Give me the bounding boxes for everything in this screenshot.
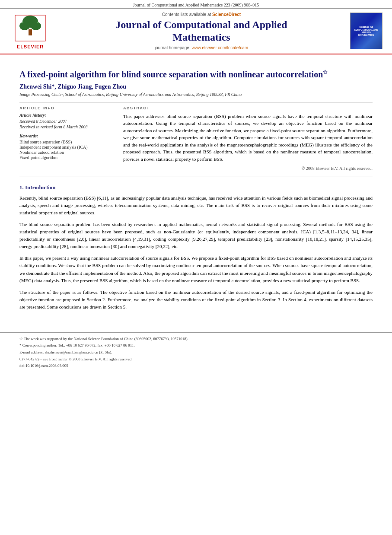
intro-paragraph-4: The structure of the paper is as follows… (19, 289, 373, 311)
footnote-1-text: ✩ The work was supported by the National… (19, 337, 188, 341)
svg-point-4 (31, 22, 41, 30)
keywords-label: Keywords: (19, 134, 115, 138)
journal-title-banner: Journal of Computational and AppliedMath… (56, 19, 347, 44)
journal-homepage-line: journal homepage: www.elsevier.com/locat… (56, 45, 347, 50)
journal-cover-area: JOURNAL OF COMPUTATIONAL AND APPLIED MAT… (347, 13, 386, 49)
keyword-1: Blind source separation (BSS) (19, 140, 115, 144)
homepage-label: journal homepage: (155, 45, 191, 50)
article-info-heading: Article Info (19, 106, 115, 110)
left-column: Article Info Article history: Received 8… (19, 106, 115, 171)
authors: Zhenwei Shi*, Zhiguo Jiang, Fugen Zhou (19, 83, 373, 90)
intro-paragraph-2: The blind source separation problem has … (19, 221, 373, 250)
footnote-1: ✩ The work was supported by the National… (19, 336, 373, 342)
keyword-4: Fixed-point algorithm (19, 155, 115, 160)
footnote-3: E-mail address: shizhenwei@mail.tsinghua… (19, 350, 373, 355)
contents-label: Contents lists available at (162, 12, 211, 17)
article-title: A fixed-point algorithm for blind source… (19, 69, 373, 80)
journal-cover: JOURNAL OF COMPUTATIONAL AND APPLIED MAT… (350, 13, 382, 49)
journal-banner: ELSEVIER Contents lists available at Sci… (0, 9, 392, 54)
svg-rect-5 (29, 29, 32, 35)
abstract-text: This paper addresses blind source separa… (123, 113, 373, 163)
main-content: A fixed-point algorithm for blind source… (0, 54, 392, 324)
intro-heading: 1. Introduction (19, 184, 373, 191)
article-info-abstract: Article Info Article history: Received 8… (19, 106, 373, 171)
sciencedirect-line: Contents lists available at ScienceDirec… (56, 12, 347, 17)
sciencedirect-link[interactable]: ScienceDirect (212, 12, 241, 17)
footnote-2: * Corresponding author. Tel.: +86 10 627… (19, 343, 373, 348)
homepage-url[interactable]: www.elsevier.com/locate/cam (192, 45, 249, 50)
journal-citation: Journal of Computational and Applied Mat… (133, 3, 259, 7)
divider-2 (19, 176, 373, 176)
history-label: Article history: (19, 113, 115, 118)
intro-paragraph-1: Recently, blind source separation (BSS) … (19, 194, 373, 217)
page-footer: ✩ The work was supported by the National… (0, 332, 392, 374)
title-text: A fixed-point algorithm for blind source… (19, 70, 323, 79)
journal-header: Journal of Computational and Applied Mat… (0, 0, 392, 9)
divider-1 (19, 102, 373, 102)
elsevier-logo: ELSEVIER (4, 13, 56, 49)
introduction-section: 1. Introduction Recently, blind source s… (19, 184, 373, 311)
keywords-section: Keywords: Blind source separation (BSS) … (19, 134, 115, 160)
elsevier-wordmark: ELSEVIER (17, 44, 44, 49)
doi-line: doi:10.1016/j.cam.2008.03.009 (19, 363, 373, 369)
elsevier-tree-icon (13, 13, 48, 43)
footnote-3-text: E-mail address: shizhenwei@mail.tsinghua… (19, 350, 112, 354)
svg-point-6 (29, 16, 32, 20)
revised-date: Received in revised form 8 March 2008 (19, 124, 115, 129)
abstract-heading: Abstract (123, 106, 373, 110)
right-column: Abstract This paper addresses blind sour… (123, 106, 373, 171)
title-footnote-mark: ✩ (323, 69, 327, 75)
issn-line: 0377-0427/$ – see front matter © 2008 El… (19, 357, 373, 362)
svg-point-3 (19, 22, 30, 30)
keyword-3: Nonlinear autocorrelation (19, 150, 115, 155)
cover-title-text: JOURNAL OF COMPUTATIONAL AND APPLIED MAT… (352, 26, 380, 36)
page: Journal of Computational and Applied Mat… (0, 0, 392, 535)
banner-center: Contents lists available at ScienceDirec… (56, 12, 347, 50)
affiliation: Image Processing Center, School of Astro… (19, 92, 373, 97)
svg-point-7 (22, 22, 23, 23)
copyright: © 2008 Elsevier B.V. All rights reserved… (123, 166, 373, 171)
received-date: Received 8 December 2007 (19, 119, 115, 124)
elsevier-logo-area: ELSEVIER (4, 13, 56, 49)
intro-paragraph-3: In this paper, we present a way using no… (19, 255, 373, 284)
keyword-2: Independent component analysis (ICA) (19, 145, 115, 150)
footnote-2-text: * Corresponding author. Tel.: +86 10 627… (19, 343, 135, 347)
svg-point-8 (37, 22, 39, 23)
